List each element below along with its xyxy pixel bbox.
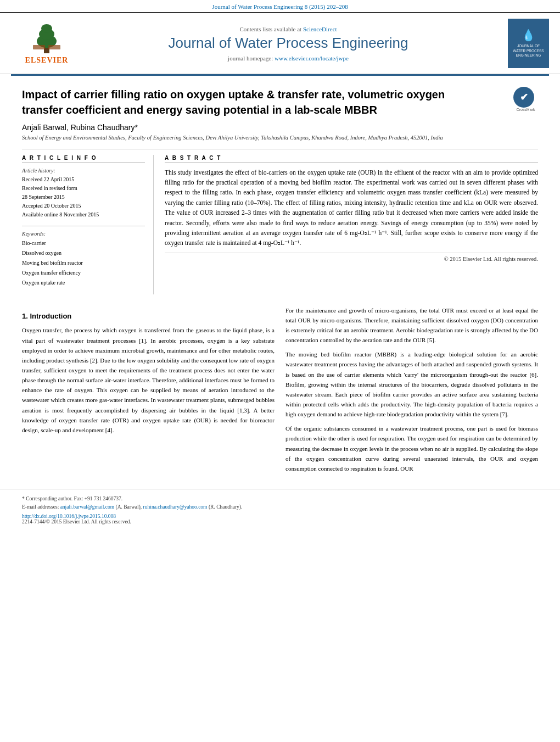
- journal-badge-area: 💧 JOURNAL OFWATER PROCESSENGINEERING: [494, 19, 549, 68]
- intro-para-2: For the maintenance and growth of micro-…: [285, 305, 538, 345]
- article-info-heading: A R T I C L E I N F O: [22, 155, 145, 163]
- journal-reference: Journal of Water Process Engineering 8 (…: [212, 3, 348, 10]
- abstract-text: This study investigates the effect of bi…: [165, 168, 538, 248]
- elsevier-label: ELSEVIER: [25, 56, 69, 65]
- history-label: Article history:: [22, 168, 145, 174]
- introduction-heading: 1. Introduction: [22, 311, 275, 322]
- homepage-url[interactable]: www.elsevier.com/locate/jwpe: [275, 55, 349, 62]
- keywords-label: Keywords:: [22, 231, 145, 237]
- body-col-right: For the maintenance and growth of micro-…: [285, 305, 538, 478]
- keywords-list: Bio-carrier Dissolved oxygen Moving bed …: [22, 238, 145, 288]
- keyword-5: Oxygen uptake rate: [22, 278, 145, 288]
- journal-title: Journal of Water Process Engineering: [93, 35, 483, 52]
- article-title-section: Impact of carrier filling ratio on oxyge…: [22, 87, 538, 118]
- sciencedirect-link[interactable]: ScienceDirect: [303, 26, 337, 32]
- received-revised: Received in revised form28 September 201…: [22, 184, 145, 202]
- intro-para-3: The moving bed biofilm reactor (MBBR) is…: [285, 349, 538, 419]
- article-history-block: Article history: Received 22 April 2015 …: [22, 168, 145, 219]
- journal-header-center: Contents lists available at ScienceDirec…: [82, 26, 494, 62]
- intro-para-4: Of the organic substances consumed in a …: [285, 423, 538, 473]
- body-col-left: 1. Introduction Oxygen transfer, the pro…: [22, 305, 275, 478]
- keyword-2: Dissolved oxygen: [22, 248, 145, 258]
- abstract-heading: A B S T R A C T: [165, 155, 538, 163]
- crossmark-badge: ✔: [513, 87, 534, 108]
- received-date: Received 22 April 2015: [22, 175, 145, 184]
- accepted-date: Accepted 20 October 2015: [22, 202, 145, 210]
- body-two-col: 1. Introduction Oxygen transfer, the pro…: [22, 305, 538, 478]
- article-info-column: A R T I C L E I N F O Article history: R…: [22, 155, 154, 294]
- available-date: Available online 8 November 2015: [22, 210, 145, 219]
- article-info-abstract: A R T I C L E I N F O Article history: R…: [22, 155, 538, 294]
- elsevier-logo-area: ELSEVIER: [11, 22, 82, 65]
- intro-para-1: Oxygen transfer, the process by which ox…: [22, 325, 275, 435]
- footer: * Corresponding author. Fax: +91 731 246…: [0, 489, 560, 535]
- keyword-4: Oxygen transfer efficiency: [22, 268, 145, 278]
- email-link-2[interactable]: ruhina.chaudhary@yahoo.com: [143, 504, 208, 510]
- copyright-line: © 2015 Elsevier Ltd. All rights reserved…: [165, 253, 538, 262]
- keyword-3: Moving bed biofilm reactor: [22, 258, 145, 268]
- footnote-corresponding: * Corresponding author. Fax: +91 731 246…: [22, 495, 538, 511]
- top-bar: Journal of Water Process Engineering 8 (…: [0, 0, 560, 12]
- rights-line: 2214-7144/© 2015 Elsevier Ltd. All right…: [22, 519, 538, 525]
- badge-icon: 💧: [522, 29, 535, 42]
- elsevier-tree-icon: [22, 22, 71, 55]
- journal-homepage: journal homepage: www.elsevier.com/locat…: [93, 55, 483, 62]
- svg-point-3: [41, 24, 52, 33]
- svg-rect-4: [33, 45, 45, 49]
- svg-rect-5: [48, 45, 60, 49]
- keyword-1: Bio-carrier: [22, 238, 145, 248]
- article-content: Impact of carrier filling ratio on oxyge…: [0, 76, 560, 489]
- keywords-block: Keywords: Bio-carrier Dissolved oxygen M…: [22, 231, 145, 288]
- email-link-1[interactable]: anjali.barwal@gmail.com: [60, 504, 114, 510]
- abstract-column: A B S T R A C T This study investigates …: [154, 155, 538, 294]
- affiliation: School of Energy and Environmental Studi…: [22, 134, 538, 142]
- article-title: Impact of carrier filling ratio on oxyge…: [22, 87, 483, 118]
- crossmark-label: CrossMark: [513, 108, 538, 111]
- doi-link[interactable]: http://dx.doi.org/10.1016/j.jwpe.2015.10…: [22, 514, 116, 519]
- doi-line: http://dx.doi.org/10.1016/j.jwpe.2015.10…: [22, 514, 538, 519]
- page-header: ELSEVIER Contents lists available at Sci…: [0, 12, 560, 74]
- authors: Anjali Barwal, Rubina Chaudhary*: [22, 123, 538, 132]
- crossmark-area: ✔ CrossMark: [513, 87, 538, 111]
- content-divider: [22, 149, 538, 149]
- journal-badge: 💧 JOURNAL OFWATER PROCESSENGINEERING: [508, 19, 549, 68]
- badge-text: JOURNAL OFWATER PROCESSENGINEERING: [513, 44, 544, 58]
- sciencedirect-line: Contents lists available at ScienceDirec…: [93, 26, 483, 32]
